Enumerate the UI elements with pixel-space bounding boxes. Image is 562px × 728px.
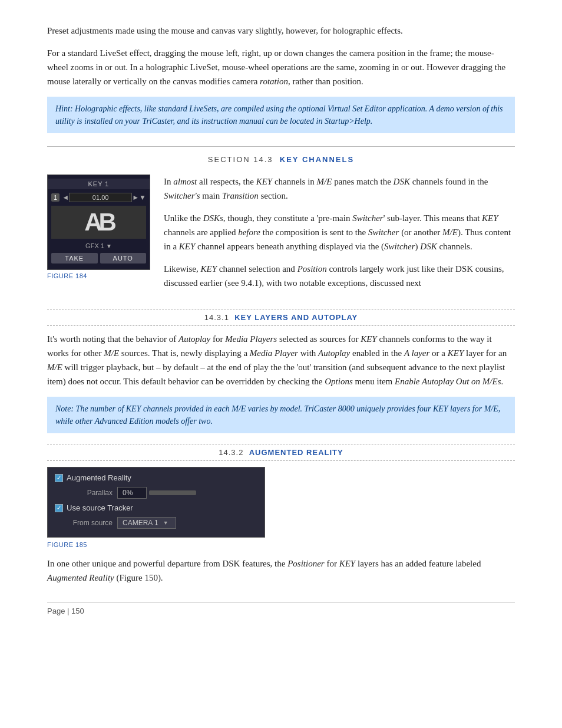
ar-checkbox2-row: Use source Tracker — [55, 503, 257, 512]
section-1431-title: KEY LAYERS AND AUTOPLAY — [234, 313, 358, 322]
key-para3: Likewise, KEY channel selection and Posi… — [164, 262, 515, 290]
hint-box: Hint: Holographic effects, like standard… — [47, 97, 515, 133]
note-box: Note: The number of KEY channels provide… — [47, 397, 515, 433]
ar-parallax-row: Parallax 0% — [55, 487, 257, 499]
hint-box-text: Hint: Holographic effects, like standard… — [55, 104, 503, 126]
note-box-text: Note: The number of KEY channels provide… — [55, 404, 500, 426]
ar-source-label: From source — [59, 519, 113, 527]
ar-checkbox1-row: Augmented Reality — [55, 473, 257, 482]
section-1431-number: 14.3.1 — [204, 313, 229, 322]
section-1432-number: 14.3.2 — [219, 448, 243, 457]
section-143-title: KEY CHANNELS — [280, 155, 354, 164]
figure-184-caption: FIGURE 184 — [47, 272, 153, 279]
intro-para2: For a standard LiveSet effect, dragging … — [47, 46, 515, 88]
section-1432-header: 14.3.2 AUGMENTED REALITY — [47, 444, 515, 461]
intro-para1: Preset adjustments made using the mouse … — [47, 24, 515, 38]
key-fig-down-arrow: ▼ — [139, 193, 146, 202]
page-number: Page | 150 — [47, 607, 84, 615]
ar-checkbox1[interactable] — [55, 474, 63, 482]
page-container: Preset adjustments made using the mouse … — [0, 0, 562, 639]
key-fig-title: KEY 1 — [48, 179, 150, 189]
ar-parallax-slider[interactable] — [149, 490, 196, 495]
key-para2: Unlike the DSKs, though, they constitute… — [164, 211, 515, 253]
ar-figure: Augmented Reality Parallax 0% Use source… — [47, 467, 265, 538]
key-fig-left-arrow: ◄ — [62, 193, 69, 202]
ar-para1: In one other unique and powerful departu… — [47, 556, 515, 585]
section-143-label: SECTION 14.3 — [208, 155, 273, 164]
ar-parallax-value: 0% — [117, 487, 147, 499]
autoplay-para1: It's worth noting that the behavior of A… — [47, 332, 515, 388]
auto-button[interactable]: AUTO — [100, 253, 147, 263]
key-fig-ab: AB — [51, 206, 146, 239]
key-fig-btns: TAKE AUTO — [48, 251, 150, 265]
page-footer: Page | 150 — [47, 602, 515, 615]
ar-checkbox2-label: Use source Tracker — [67, 503, 133, 512]
section-1432-title: AUGMENTED REALITY — [249, 448, 343, 457]
key-figure-container: KEY 1 1 ◄ 01.00 ► ▼ AB GFX 1 ▼ TAKE AUTO… — [47, 174, 153, 298]
section-143-header: SECTION 14.3 KEY CHANNELS — [47, 146, 515, 164]
ar-checkbox2[interactable] — [55, 504, 63, 512]
take-button[interactable]: TAKE — [51, 253, 98, 263]
ar-checkbox1-label: Augmented Reality — [67, 473, 131, 482]
key-fig-val: 01.00 — [69, 193, 132, 202]
intro-para2-italic: rotation — [260, 77, 288, 86]
key-fig-arrows-row: 1 ◄ 01.00 ► ▼ — [48, 192, 150, 203]
section-1431-header: 14.3.1 KEY LAYERS AND AUTOPLAY — [47, 309, 515, 326]
ar-source-value: CAMERA 1 — [123, 519, 158, 527]
key-fig-num: 1 — [51, 193, 59, 202]
ar-source-dropdown[interactable]: CAMERA 1 — [117, 517, 176, 529]
key-fig-right-arrow: ► — [132, 193, 139, 202]
key-fig-gfx: GFX 1 ▼ — [48, 241, 150, 251]
key-para1: In almost all respects, the KEY channels… — [164, 174, 515, 203]
key-section-body: KEY 1 1 ◄ 01.00 ► ▼ AB GFX 1 ▼ TAKE AUTO… — [47, 174, 515, 298]
intro-para2-end: , rather than position. — [288, 77, 363, 86]
key-figure-img: KEY 1 1 ◄ 01.00 ► ▼ AB GFX 1 ▼ TAKE AUTO — [47, 174, 150, 270]
key-channels-text: In almost all respects, the KEY channels… — [164, 174, 515, 298]
figure-185-caption: FIGURE 185 — [47, 541, 515, 548]
ar-source-row: From source CAMERA 1 — [55, 517, 257, 529]
ar-parallax-label: Parallax — [59, 489, 113, 497]
